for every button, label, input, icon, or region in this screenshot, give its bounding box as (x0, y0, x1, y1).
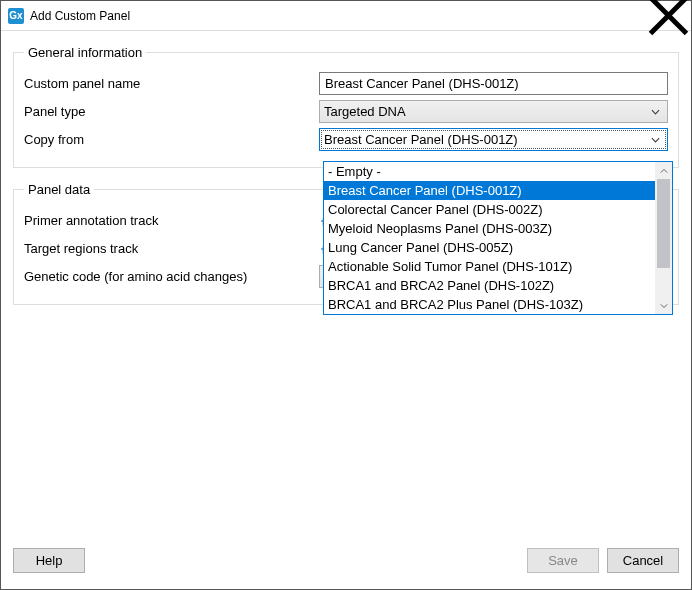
scroll-down-button[interactable] (655, 297, 672, 314)
panel-name-input[interactable] (319, 72, 668, 95)
label-copy-from: Copy from (24, 132, 319, 147)
scrollbar-thumb[interactable] (657, 179, 670, 268)
copy-from-value: Breast Cancer Panel (DHS-001Z) (324, 132, 647, 147)
panel-type-select[interactable]: Targeted DNA (319, 100, 668, 123)
dropdown-item[interactable]: BRCA1 and BRCA2 Panel (DHS-102Z) (324, 276, 655, 295)
chevron-up-icon (660, 168, 668, 174)
label-target-track: Target regions track (24, 241, 319, 256)
scrollbar-track[interactable] (655, 179, 672, 297)
dropdown-item[interactable]: BRCA1 and BRCA2 Plus Panel (DHS-103Z) (324, 295, 655, 314)
row-panel-type: Panel type Targeted DNA (24, 99, 668, 124)
dropdown-scrollbar[interactable] (655, 162, 672, 314)
close-button[interactable] (646, 1, 691, 30)
label-primer-track: Primer annotation track (24, 213, 319, 228)
label-panel-name: Custom panel name (24, 76, 319, 91)
group-legend-panel-data: Panel data (24, 182, 94, 197)
label-panel-type: Panel type (24, 104, 319, 119)
title-bar: Gx Add Custom Panel (1, 1, 691, 31)
dropdown-item[interactable]: Actionable Solid Tumor Panel (DHS-101Z) (324, 257, 655, 276)
scroll-up-button[interactable] (655, 162, 672, 179)
chevron-down-icon (660, 303, 668, 309)
row-panel-name: Custom panel name (24, 71, 668, 96)
save-button[interactable]: Save (527, 548, 599, 573)
group-general-information: General information Custom panel name Pa… (13, 45, 679, 168)
cancel-button[interactable]: Cancel (607, 548, 679, 573)
help-button[interactable]: Help (13, 548, 85, 573)
dropdown-list: - Empty -Breast Cancer Panel (DHS-001Z)C… (324, 162, 655, 314)
dialog-body: General information Custom panel name Pa… (1, 31, 691, 541)
row-copy-from: Copy from Breast Cancer Panel (DHS-001Z) (24, 127, 668, 152)
dropdown-item[interactable]: Colorectal Cancer Panel (DHS-002Z) (324, 200, 655, 219)
dialog-footer: Help Save Cancel (1, 541, 691, 589)
dialog-window: Gx Add Custom Panel General information … (0, 0, 692, 590)
dropdown-item[interactable]: Breast Cancer Panel (DHS-001Z) (324, 181, 655, 200)
group-legend-general: General information (24, 45, 146, 60)
app-icon: Gx (8, 8, 24, 24)
dropdown-item[interactable]: Myeloid Neoplasms Panel (DHS-003Z) (324, 219, 655, 238)
dropdown-item[interactable]: Lung Cancer Panel (DHS-005Z) (324, 238, 655, 257)
window-title: Add Custom Panel (30, 9, 646, 23)
dropdown-item[interactable]: - Empty - (324, 162, 655, 181)
copy-from-select[interactable]: Breast Cancer Panel (DHS-001Z) (319, 128, 668, 151)
copy-from-dropdown: - Empty -Breast Cancer Panel (DHS-001Z)C… (323, 161, 673, 315)
chevron-down-icon (647, 109, 663, 115)
panel-type-value: Targeted DNA (324, 104, 647, 119)
chevron-down-icon (647, 137, 663, 143)
label-genetic-code: Genetic code (for amino acid changes) (24, 269, 319, 284)
